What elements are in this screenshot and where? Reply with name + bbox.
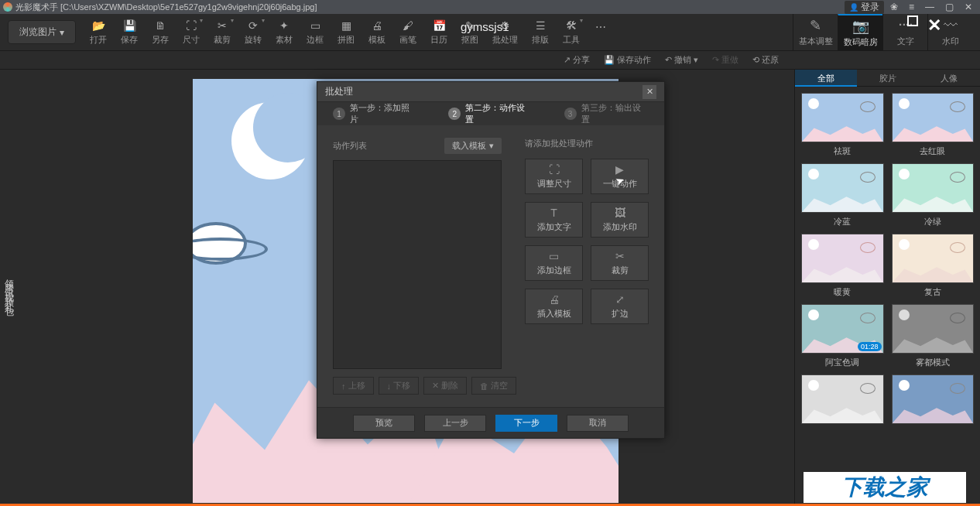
dialog-left-panel: 动作列表 载入模板 ▾ ↑ 上移 ↓ 下移 ✕ 删除 🗑 清空 — [333, 138, 502, 395]
effects-grid: 祛斑 去红眼 冷蓝 冷绿 暖黄 复古 01:28阿宝色调 雾都模式 — [795, 87, 980, 506]
save-button[interactable]: 💾保存 — [121, 19, 138, 46]
effect-item[interactable]: 01:28阿宝色调 — [801, 304, 884, 368]
dialog-close-icon[interactable]: ✕ — [642, 85, 656, 99]
overlay-square-icon[interactable] — [907, 15, 918, 26]
download-logo: 下载之家 — [804, 472, 966, 503]
tab-text[interactable]: ᠁文字 — [882, 14, 927, 51]
border-button[interactable]: ▭边框 — [307, 19, 324, 46]
dialog-steps: 1第一步：添加照片 2第二步：动作设置 3第三步：输出设置 — [317, 102, 664, 125]
action-crop[interactable]: ✂裁剪 — [591, 245, 649, 281]
clear-button[interactable]: 🗑 清空 — [471, 377, 516, 395]
titlebar: 光影魔术手 [C:\Users\XZWM\Desktop\5e71e527gy1… — [0, 0, 980, 14]
left-promo-strip[interactable]: 领腾讯视频礼包 — [0, 70, 17, 506]
undo-button[interactable]: ↶ 撤销 ▾ — [665, 54, 698, 66]
template-button[interactable]: 🖨模板 — [368, 19, 385, 46]
effects-tabs: 全部 胶片 人像 — [795, 70, 980, 87]
saveas-button[interactable]: 🗎另存 — [152, 19, 169, 46]
secondary-bar: ↗ 分享 💾 保存动作 ↶ 撤销 ▾ ↷ 重做 ⟲ 还原 — [0, 51, 980, 70]
action-list[interactable] — [333, 160, 502, 369]
save-action-button[interactable]: 💾 保存动作 — [604, 54, 651, 66]
effect-item[interactable]: 雾都模式 — [892, 304, 975, 368]
action-expand[interactable]: ⤢扩边 — [591, 289, 649, 324]
right-tabs: ✎基本调整 📷数码暗房 ᠁文字 〰水印 — [793, 14, 972, 51]
dialog-title-bar: 批处理 ✕ — [317, 82, 664, 102]
effects-panel: 全部 胶片 人像 祛斑 去红眼 冷蓝 冷绿 暖黄 复古 01:28阿宝色调 雾都… — [794, 70, 980, 506]
move-up-button[interactable]: ↑ 上移 — [333, 377, 374, 395]
load-template-button[interactable]: 载入模板 ▾ — [444, 138, 502, 154]
delete-button[interactable]: ✕ 删除 — [423, 377, 467, 395]
effect-item[interactable]: 祛斑 — [801, 93, 884, 157]
action-list-label: 动作列表 — [333, 140, 367, 152]
effect-item[interactable]: 复古 — [892, 234, 975, 298]
material-button[interactable]: ✦素材 — [276, 19, 293, 46]
close-icon[interactable]: ✕ — [960, 2, 977, 12]
menu-icon[interactable]: ≡ — [904, 2, 919, 12]
main-toolbar: 浏览图片 ▾ 📂打开 💾保存 🗎另存 ⛶尺寸 ✂裁剪 ⟳旋转 ✦素材 ▭边框 ▦… — [0, 14, 980, 51]
crop-button[interactable]: ✂裁剪 — [214, 19, 231, 46]
step-3: 3第三步：输出设置 — [564, 102, 649, 125]
dialog-body: 动作列表 载入模板 ▾ ↑ 上移 ↓ 下移 ✕ 删除 🗑 清空 请添加批处理动作… — [317, 125, 664, 407]
add-action-label: 请添加批处理动作 — [525, 138, 649, 149]
dialog-title: 批处理 — [325, 85, 353, 98]
planet-graphic — [193, 222, 247, 265]
effect-item[interactable]: 冷蓝 — [801, 163, 884, 227]
effect-item[interactable]: 冷绿 — [892, 163, 975, 227]
window-title: 光影魔术手 [C:\Users\XZWM\Desktop\5e71e527gy1… — [15, 2, 845, 13]
effects-tab-all[interactable]: 全部 — [795, 70, 857, 87]
maximize-icon[interactable]: ▢ — [941, 2, 958, 12]
prev-button[interactable]: 上一步 — [424, 415, 486, 432]
action-resize[interactable]: ⛶调整尺寸 — [525, 159, 583, 194]
rotate-button[interactable]: ⟳旋转 — [245, 19, 262, 46]
next-button[interactable]: 下一步 — [495, 415, 557, 432]
batch-dialog: 批处理 ✕ 1第一步：添加照片 2第二步：动作设置 3第三步：输出设置 动作列表… — [317, 81, 665, 439]
move-down-button[interactable]: ↓ 下移 — [379, 377, 420, 395]
dialog-footer: 预览 上一步 下一步 取消 — [317, 407, 664, 438]
minimize-icon[interactable]: — — [920, 2, 939, 12]
more-icon[interactable]: ⋯ — [594, 20, 608, 45]
effect-item[interactable] — [892, 374, 975, 424]
app-icon — [3, 2, 12, 12]
effect-item[interactable]: 去红眼 — [892, 93, 975, 157]
time-badge: 01:28 — [858, 342, 882, 351]
open-button[interactable]: 📂打开 — [90, 19, 107, 46]
step-1[interactable]: 1第一步：添加照片 — [333, 102, 417, 125]
action-addwatermark[interactable]: 🖼添加水印 — [591, 202, 649, 238]
tab-darkroom[interactable]: 📷数码暗房 — [838, 14, 882, 51]
moon-graphic — [231, 102, 309, 179]
step-2[interactable]: 2第二步：动作设置 — [448, 102, 533, 125]
effect-item[interactable]: 暖黄 — [801, 234, 884, 298]
layout-button[interactable]: ☰排版 — [532, 19, 549, 46]
action-insert-template[interactable]: 🖨插入模板 — [525, 289, 583, 324]
effect-item[interactable] — [801, 374, 884, 424]
browse-button[interactable]: 浏览图片 ▾ — [8, 20, 76, 44]
brush-button[interactable]: 🖌画笔 — [399, 19, 416, 46]
settings-icon[interactable]: ❀ — [886, 2, 903, 12]
preview-button[interactable]: 预览 — [353, 415, 415, 432]
share-button[interactable]: ↗ 分享 — [564, 54, 590, 66]
window-controls: 登录 ❀ ≡ — ▢ ✕ — [845, 1, 977, 14]
effects-tab-portrait[interactable]: 人像 — [918, 70, 980, 87]
calendar-button[interactable]: 📅日历 — [430, 19, 447, 46]
action-addtext[interactable]: T添加文字 — [525, 202, 583, 238]
redo-button[interactable]: ↷ 重做 — [712, 54, 738, 66]
action-addborder[interactable]: ▭添加边框 — [525, 245, 583, 281]
overlay-watermark-text: gymssjs1 — [461, 20, 509, 33]
list-buttons: ↑ 上移 ↓ 下移 ✕ 删除 🗑 清空 — [333, 377, 502, 395]
login-button[interactable]: 登录 — [845, 1, 884, 14]
tools-button[interactable]: 🛠工具 — [563, 19, 580, 46]
size-button[interactable]: ⛶尺寸 — [183, 19, 200, 46]
promo-text: 领腾讯视频礼包 — [2, 272, 15, 304]
tab-basic[interactable]: ✎基本调整 — [793, 14, 838, 51]
cancel-button[interactable]: 取消 — [567, 415, 629, 432]
effects-tab-film[interactable]: 胶片 — [857, 70, 919, 87]
action-grid: ⛶调整尺寸 ▶一键动作 T添加文字 🖼添加水印 ▭添加边框 ✂裁剪 🖨插入模板 … — [525, 159, 649, 324]
dialog-right-panel: 请添加批处理动作 ⛶调整尺寸 ▶一键动作 T添加文字 🖼添加水印 ▭添加边框 ✂… — [525, 138, 649, 395]
restore-button[interactable]: ⟲ 还原 — [752, 54, 779, 66]
overlay-close-icon[interactable]: ✕ — [927, 15, 941, 36]
collage-button[interactable]: ▦拼图 — [338, 19, 355, 46]
